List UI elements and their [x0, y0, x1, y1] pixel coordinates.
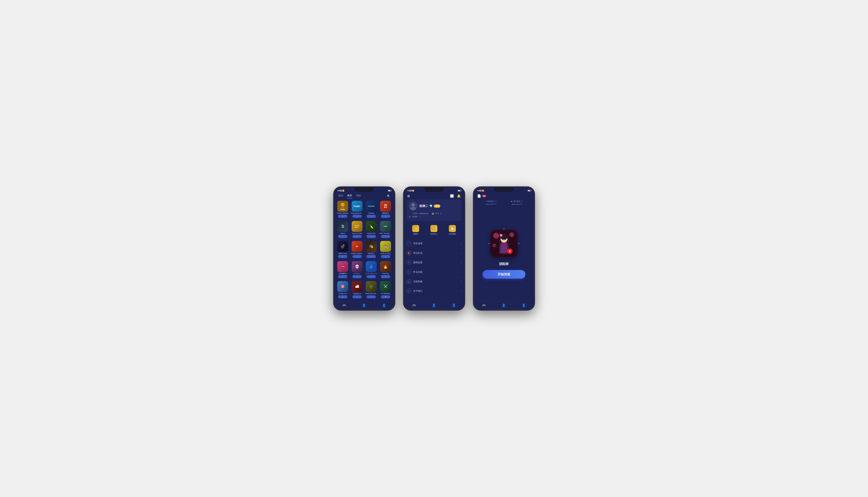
game-name: AC Rebellion — [381, 293, 390, 295]
gift-icon: 🛒 — [430, 225, 437, 232]
home-icon[interactable]: ⊞ — [407, 194, 410, 198]
game-icon-pubg: PUBG — [337, 201, 348, 212]
notch-2 — [424, 187, 444, 192]
phone-3: 📶 10:58 📄 4G 〰 — [473, 186, 535, 311]
start-accel-button[interactable]: 开始加速 — [482, 270, 525, 279]
game-icon-ml: ML — [352, 241, 362, 252]
game-item: 🎭 Identity V ↓ — [365, 241, 378, 260]
game-name: Mobile Legend... — [351, 252, 363, 254]
nav-profile-3[interactable]: 👤 — [501, 303, 506, 308]
svg-point-15 — [492, 243, 496, 247]
download-btn[interactable]: ↓ — [352, 255, 362, 258]
game-icon-ac: ⚔️ — [380, 281, 391, 292]
svg-point-8 — [489, 243, 489, 244]
download-btn[interactable]: ↓ — [338, 275, 347, 278]
profile-header: ⊞ ⬜ 🔔 — [404, 193, 464, 199]
game-icon-steam: S — [337, 221, 348, 232]
download-plus-btn[interactable]: + — [381, 295, 390, 298]
chevron-icon: › — [461, 252, 462, 254]
chevron-icon: › — [461, 242, 462, 245]
search-button[interactable]: 🔍 — [387, 195, 390, 198]
points-icon: 📋 — [449, 225, 456, 232]
menu-label: 关于我们 — [413, 289, 461, 293]
download-btn[interactable]: ↓ — [338, 295, 347, 298]
game-name: Guns of Glory — [380, 252, 391, 254]
menu-label: 手机清理 — [413, 242, 461, 245]
page-icon[interactable]: 📄 — [477, 194, 481, 198]
svg-point-19 — [502, 239, 504, 240]
game-icon-ark: ARK — [380, 221, 391, 232]
download-btn[interactable]: ↓ — [338, 255, 347, 258]
download-btn[interactable]: ↓ — [366, 255, 376, 258]
menu-label: 常见问题 — [413, 270, 461, 274]
menu-about[interactable]: ⊙ 关于我们 › — [407, 286, 462, 296]
svg-point-14 — [509, 232, 514, 237]
nav-my[interactable]: 👤 — [381, 303, 387, 308]
predict-label: 预计降至 — [513, 200, 520, 203]
predict-unit: ms — [520, 203, 522, 205]
accel-header: 📄 4G — [474, 193, 534, 199]
game-item: ARK ARK: Survival E... ↓ — [379, 221, 392, 240]
profile-name: 权律二 — [419, 204, 428, 208]
menu-lucky-red[interactable]: 🧧 幸运红包 › — [407, 248, 462, 258]
svg-point-22 — [500, 235, 502, 236]
bottom-nav-2: 🎮 👤 👤 — [404, 301, 464, 310]
menu-settings[interactable]: ⚙ 通用设置 › — [407, 258, 462, 267]
nav-my-3[interactable]: 👤 — [521, 303, 526, 308]
quick-actions: 🎫 兑换码 🛒 礼包中心 📋 积分获取 — [407, 223, 462, 237]
points-label: 积分 — [435, 212, 439, 215]
game-item: 🏙 Gangstar 4 ↓ — [350, 281, 364, 300]
bottom-nav-3: 🎮 👤 👤 — [474, 301, 534, 310]
nav-my-2[interactable]: 👤 — [451, 303, 457, 308]
download-btn[interactable]: ↓ — [381, 235, 390, 238]
download-plus-btn[interactable]: ↓ — [381, 255, 390, 258]
game-item: 💀 デスチャ ↓ — [350, 261, 364, 280]
metrics-row: 〰 线路延迟 ⓘ ms ⚡ 预计降至 — [474, 199, 534, 205]
game-icon-legend: 傳說對決 — [380, 201, 391, 212]
nav-games[interactable]: 🎮 — [342, 303, 347, 308]
profile-pc-row: 🖥 电脑端 — — [409, 215, 459, 218]
profile-date: 2019-02-15 — [419, 213, 428, 214]
download-btn[interactable]: ↓ — [366, 215, 376, 218]
4g-badge: 4G — [482, 195, 486, 197]
download-btn[interactable]: ↓ — [366, 295, 376, 298]
download-btn[interactable]: ↓ — [352, 295, 362, 298]
game-art-container: S — [489, 228, 520, 259]
download-btn[interactable]: ↓ — [338, 215, 347, 218]
nav-games-3[interactable]: 🎮 — [481, 303, 487, 308]
download-btn[interactable]: ↓ — [352, 235, 362, 238]
download-btn[interactable]: ↓ — [366, 235, 376, 238]
game-icon-azur: ⚓ — [366, 261, 377, 272]
metric-latency: 〰 线路延迟 ⓘ ms — [485, 200, 496, 205]
tab-overseas[interactable]: 海外 — [347, 194, 352, 198]
quick-action-points[interactable]: 📋 积分获取 — [449, 225, 456, 235]
game-icon-gangstar: 🏙 — [352, 281, 362, 292]
download-btn[interactable]: ↓ — [381, 215, 390, 218]
game-name: World War Her... — [365, 293, 377, 295]
menu-faq[interactable]: ⊙ 常见问题 › — [407, 267, 462, 277]
download-btn[interactable]: ↓ — [338, 235, 347, 238]
pc-value: — — [419, 216, 421, 218]
bell-icon[interactable]: 🔔 — [457, 194, 461, 198]
game-icon-fortnite: Fortnite — [366, 201, 377, 212]
menu-phone-clean[interactable]: 📱 手机清理 › — [407, 239, 462, 248]
quick-action-redeem[interactable]: 🎫 兑换码 — [412, 225, 419, 235]
download-btn[interactable]: ↓ — [381, 275, 390, 278]
svg-text:S: S — [509, 250, 510, 253]
nav-games-2[interactable]: 🎮 — [411, 303, 417, 308]
game-icon-wwii: 🪖 — [366, 281, 377, 292]
game-item: ML Mobile Legend... ↓ — [350, 241, 364, 260]
share-icon[interactable]: ⬜ — [450, 194, 454, 198]
download-btn[interactable]: ↓ — [366, 275, 376, 278]
tab-mine[interactable]: 我的 — [356, 194, 361, 198]
game-name: Free Fire — [382, 273, 389, 274]
download-btn[interactable]: ↓ — [352, 275, 362, 278]
game-item: Fortnite Fortnite ↓ — [365, 201, 378, 220]
quick-action-gift[interactable]: 🛒 礼包中心 — [430, 225, 437, 235]
download-btn[interactable]: ↓ — [352, 215, 362, 218]
tab-domestic[interactable]: 国内 — [338, 194, 343, 198]
nav-profile-2[interactable]: 👤 — [431, 303, 437, 308]
menu-support[interactable]: 🎧 在线客服 › — [407, 277, 462, 286]
menu-label: 通用设置 — [413, 261, 461, 264]
nav-profile[interactable]: 👤 — [361, 303, 367, 308]
